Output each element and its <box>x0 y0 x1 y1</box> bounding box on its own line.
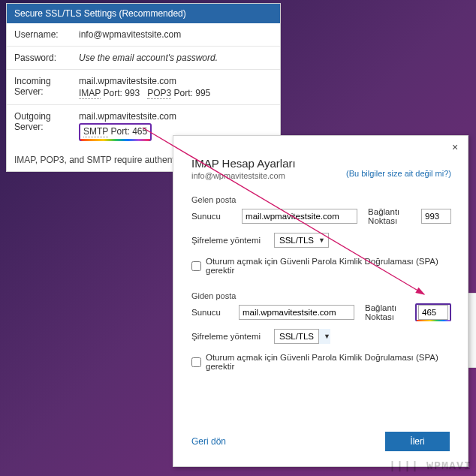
close-button[interactable]: × <box>448 140 462 154</box>
smtp-port-highlight: SMTP Port: 465 <box>79 123 152 141</box>
incoming-spa-row[interactable]: Oturum açmak için Güvenli Parola Kimlik … <box>191 257 451 275</box>
incoming-server-row: Sunucu Bağlantı Noktası <box>191 207 451 225</box>
outgoing-spa-label: Oturum açmak için Güvenli Parola Kimlik … <box>206 353 451 371</box>
outgoing-server-input[interactable] <box>239 305 354 320</box>
back-link[interactable]: Geri dön <box>191 436 226 447</box>
ssl-pop3-port: Port: 995 <box>174 88 211 98</box>
imap-account-settings-dialog: × IMAP Hesap Ayarları info@wpmavitestsit… <box>173 135 468 467</box>
ssl-panel-header: Secure SSL/TLS Settings (Recommended) <box>7 4 280 23</box>
ssl-imap-port: Port: 993 <box>103 88 140 98</box>
ssl-pop3-proto: POP3 <box>147 88 171 99</box>
ssl-incoming-label-1: Incoming <box>14 76 79 86</box>
ssl-username-label: Username: <box>14 29 79 40</box>
outgoing-encryption-value: SSL/TLS <box>279 332 314 341</box>
ssl-incoming-row: Incoming Server: mail.wpmavitestsite.com… <box>7 70 280 105</box>
ssl-outgoing-label-2: Server: <box>14 122 79 132</box>
ssl-smtp-proto: SMTP <box>83 126 108 137</box>
outgoing-section-label: Giden posta <box>191 291 451 300</box>
next-button[interactable]: İleri <box>385 432 450 451</box>
ssl-username-value: info@wpmavitestsite.com <box>79 29 273 40</box>
not-your-info-link[interactable]: (Bu bilgiler size ait değil mi?) <box>346 169 451 178</box>
ssl-smtp-port: Port: 465 <box>110 126 147 137</box>
incoming-spa-checkbox[interactable] <box>191 261 201 271</box>
incoming-port-label: Bağlantı Noktası <box>368 207 415 225</box>
incoming-encryption-select[interactable]: SSL/TLS ▼ <box>274 233 329 248</box>
ssl-incoming-host: mail.wpmavitestsite.com <box>79 76 273 86</box>
ssl-imap-proto: IMAP <box>79 88 101 99</box>
incoming-port-input[interactable] <box>421 209 451 224</box>
outgoing-encryption-select[interactable]: SSL/TLS ▼ <box>274 329 330 344</box>
incoming-encryption-row: Şifreleme yöntemi SSL/TLS ▼ <box>191 233 451 248</box>
outgoing-spa-row[interactable]: Oturum açmak için Güvenli Parola Kimlik … <box>191 353 451 371</box>
ssl-outgoing-label-1: Outgoing <box>14 111 79 122</box>
incoming-server-input[interactable] <box>242 209 357 224</box>
incoming-encryption-value: SSL/TLS <box>279 236 314 245</box>
outgoing-port-highlight <box>415 303 451 321</box>
dialog-title: IMAP Hesap Ayarları <box>191 157 451 170</box>
ssl-username-row: Username: info@wpmavitestsite.com <box>7 23 280 47</box>
ssl-password-value: Use the email account's password. <box>79 53 218 63</box>
outgoing-encryption-row: Şifreleme yöntemi SSL/TLS ▼ <box>191 329 451 344</box>
outgoing-server-label: Sunucu <box>191 308 239 317</box>
outgoing-server-row: Sunucu Bağlantı Noktası <box>191 303 451 321</box>
ssl-outgoing-host: mail.wpmavitestsite.com <box>79 111 273 122</box>
outgoing-port-input[interactable] <box>418 305 448 320</box>
outgoing-encryption-label: Şifreleme yöntemi <box>191 332 274 341</box>
watermark: |||| WPMAVI <box>389 460 471 473</box>
incoming-server-label: Sunucu <box>191 212 242 221</box>
chevron-down-icon: ▼ <box>324 333 330 340</box>
ssl-password-row: Password: Use the email account's passwo… <box>7 47 280 70</box>
outgoing-spa-checkbox[interactable] <box>191 357 201 367</box>
chevron-down-icon: ▼ <box>318 236 325 244</box>
incoming-encryption-label: Şifreleme yöntemi <box>191 236 274 245</box>
incoming-spa-label: Oturum açmak için Güvenli Parola Kimlik … <box>206 257 451 275</box>
ssl-incoming-label-2: Server: <box>14 86 79 97</box>
ssl-password-label: Password: <box>14 53 79 63</box>
outgoing-port-label: Bağlantı Noktası <box>365 303 409 321</box>
incoming-section-label: Gelen posta <box>191 195 451 204</box>
